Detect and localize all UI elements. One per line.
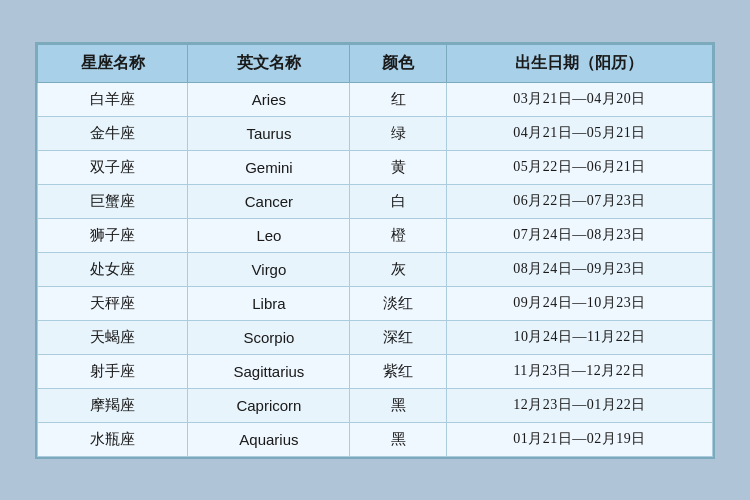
- cell-row2-col0: 双子座: [38, 150, 188, 184]
- cell-row3-col1: Cancer: [188, 184, 350, 218]
- col-header-dates: 出生日期（阳历）: [446, 44, 712, 82]
- table-row: 摩羯座Capricorn黑12月23日—01月22日: [38, 388, 713, 422]
- cell-row7-col2: 深红: [350, 320, 446, 354]
- col-header-color: 颜色: [350, 44, 446, 82]
- cell-row8-col1: Sagittarius: [188, 354, 350, 388]
- cell-row4-col2: 橙: [350, 218, 446, 252]
- table-row: 金牛座Taurus绿04月21日—05月21日: [38, 116, 713, 150]
- table-body: 白羊座Aries红03月21日—04月20日金牛座Taurus绿04月21日—0…: [38, 82, 713, 456]
- cell-row3-col2: 白: [350, 184, 446, 218]
- table-row: 天秤座Libra淡红09月24日—10月23日: [38, 286, 713, 320]
- table-row: 巨蟹座Cancer白06月22日—07月23日: [38, 184, 713, 218]
- table-row: 狮子座Leo橙07月24日—08月23日: [38, 218, 713, 252]
- cell-row10-col1: Aquarius: [188, 422, 350, 456]
- table-row: 白羊座Aries红03月21日—04月20日: [38, 82, 713, 116]
- cell-row0-col2: 红: [350, 82, 446, 116]
- cell-row6-col0: 天秤座: [38, 286, 188, 320]
- cell-row10-col3: 01月21日—02月19日: [446, 422, 712, 456]
- cell-row6-col3: 09月24日—10月23日: [446, 286, 712, 320]
- table-row: 射手座Sagittarius紫红11月23日—12月22日: [38, 354, 713, 388]
- cell-row3-col0: 巨蟹座: [38, 184, 188, 218]
- cell-row9-col3: 12月23日—01月22日: [446, 388, 712, 422]
- cell-row8-col2: 紫红: [350, 354, 446, 388]
- zodiac-table-container: 星座名称 英文名称 颜色 出生日期（阳历） 白羊座Aries红03月21日—04…: [35, 42, 715, 459]
- cell-row5-col2: 灰: [350, 252, 446, 286]
- cell-row8-col3: 11月23日—12月22日: [446, 354, 712, 388]
- cell-row1-col2: 绿: [350, 116, 446, 150]
- cell-row3-col3: 06月22日—07月23日: [446, 184, 712, 218]
- col-header-english: 英文名称: [188, 44, 350, 82]
- cell-row4-col0: 狮子座: [38, 218, 188, 252]
- table-row: 水瓶座Aquarius黑01月21日—02月19日: [38, 422, 713, 456]
- cell-row7-col0: 天蝎座: [38, 320, 188, 354]
- cell-row4-col3: 07月24日—08月23日: [446, 218, 712, 252]
- cell-row10-col2: 黑: [350, 422, 446, 456]
- cell-row9-col1: Capricorn: [188, 388, 350, 422]
- table-row: 天蝎座Scorpio深红10月24日—11月22日: [38, 320, 713, 354]
- cell-row5-col3: 08月24日—09月23日: [446, 252, 712, 286]
- table-row: 处女座Virgo灰08月24日—09月23日: [38, 252, 713, 286]
- cell-row2-col2: 黄: [350, 150, 446, 184]
- cell-row9-col2: 黑: [350, 388, 446, 422]
- cell-row0-col3: 03月21日—04月20日: [446, 82, 712, 116]
- cell-row1-col1: Taurus: [188, 116, 350, 150]
- cell-row7-col1: Scorpio: [188, 320, 350, 354]
- cell-row7-col3: 10月24日—11月22日: [446, 320, 712, 354]
- cell-row10-col0: 水瓶座: [38, 422, 188, 456]
- cell-row4-col1: Leo: [188, 218, 350, 252]
- cell-row8-col0: 射手座: [38, 354, 188, 388]
- cell-row9-col0: 摩羯座: [38, 388, 188, 422]
- cell-row1-col3: 04月21日—05月21日: [446, 116, 712, 150]
- col-header-chinese: 星座名称: [38, 44, 188, 82]
- cell-row0-col1: Aries: [188, 82, 350, 116]
- table-row: 双子座Gemini黄05月22日—06月21日: [38, 150, 713, 184]
- cell-row5-col0: 处女座: [38, 252, 188, 286]
- cell-row6-col1: Libra: [188, 286, 350, 320]
- table-header-row: 星座名称 英文名称 颜色 出生日期（阳历）: [38, 44, 713, 82]
- cell-row5-col1: Virgo: [188, 252, 350, 286]
- cell-row0-col0: 白羊座: [38, 82, 188, 116]
- zodiac-table: 星座名称 英文名称 颜色 出生日期（阳历） 白羊座Aries红03月21日—04…: [37, 44, 713, 457]
- cell-row2-col1: Gemini: [188, 150, 350, 184]
- cell-row6-col2: 淡红: [350, 286, 446, 320]
- cell-row2-col3: 05月22日—06月21日: [446, 150, 712, 184]
- cell-row1-col0: 金牛座: [38, 116, 188, 150]
